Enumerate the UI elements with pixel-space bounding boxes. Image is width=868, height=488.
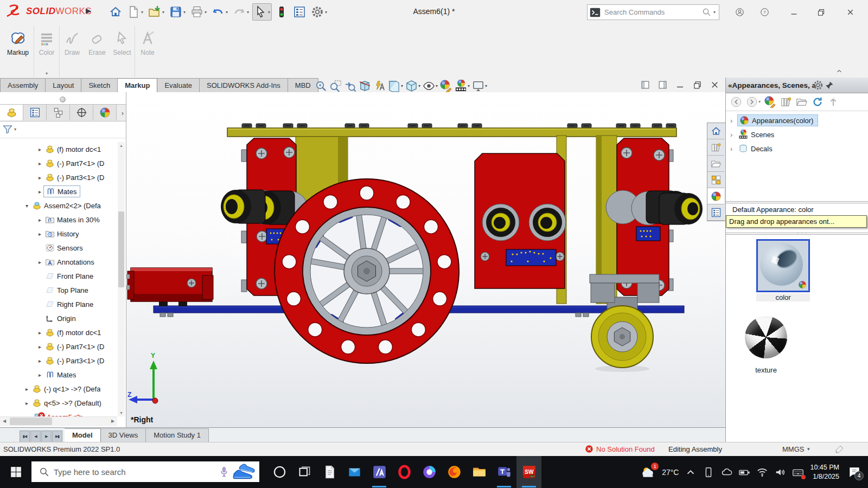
expand-arrow[interactable]: › (730, 117, 738, 125)
tree-item[interactable]: ▸ (-) q<1> ->? (Defa (0, 382, 117, 396)
expand-arrow[interactable]: ▸ (36, 231, 44, 237)
expand-arrow[interactable]: ▸ (36, 146, 44, 152)
filter-funnel-icon[interactable] (2, 124, 13, 134)
tree-item[interactable]: ▸ (-) Part3<1> (D (0, 170, 117, 184)
tree-item[interactable]: Front Plane (0, 269, 117, 283)
onedrive-icon[interactable] (720, 466, 732, 478)
prev-tab-button[interactable]: ◀ (30, 431, 41, 442)
expand-arrow[interactable]: ▸ (36, 189, 44, 195)
draw-button[interactable]: Draw ▾ (60, 26, 85, 77)
taskbar-notepad-icon[interactable] (317, 456, 342, 488)
left-motor-box[interactable] (126, 268, 213, 306)
new-document-icon[interactable]: ▾ (125, 3, 145, 21)
color-button[interactable]: Color ▾ (34, 26, 60, 77)
expand-arrow[interactable]: ▸ (36, 330, 44, 336)
tab-dimxpert[interactable] (70, 105, 93, 120)
node-decals[interactable]: › Decals (728, 142, 866, 156)
doc-minimize-icon[interactable] (675, 80, 685, 90)
wheel-hub[interactable] (344, 248, 390, 294)
dropdown-caret-icon[interactable]: ▾ (401, 84, 403, 88)
tree-item[interactable]: ▸ Annotations (0, 255, 117, 269)
tree-item[interactable]: ▸ Mates in 30% (0, 213, 117, 227)
appearance-swatch-texture[interactable] (743, 314, 789, 362)
tab-displaymanager[interactable] (93, 105, 117, 120)
pin-icon[interactable] (825, 81, 834, 90)
redo-icon[interactable]: ▾ (231, 3, 251, 21)
expand-arrow[interactable]: › (730, 131, 738, 139)
dropdown-caret-icon[interactable]: ▾ (183, 10, 186, 15)
right-sensor-cylinders[interactable] (646, 191, 703, 224)
expand-arrow[interactable]: › (730, 145, 738, 153)
tree-item[interactable]: ▸ History (0, 227, 117, 241)
units-selector[interactable]: MMGS (782, 445, 804, 453)
search-highlight-shoes-image[interactable] (231, 463, 259, 480)
side-tab-file-explorer[interactable] (707, 156, 724, 172)
view-orientation-icon[interactable]: ▾ (388, 80, 403, 92)
tab-propertymanager[interactable] (23, 105, 47, 120)
middle-sensor-plate[interactable] (475, 153, 566, 288)
volume-icon[interactable] (774, 466, 786, 478)
refresh-icon[interactable]: ▾ (812, 96, 824, 108)
tree-item[interactable]: Right Plane (0, 297, 117, 311)
action-center-button[interactable]: 4 (847, 465, 861, 479)
taskbar-edge-loop-icon[interactable] (417, 456, 442, 488)
tree-item[interactable]: ▸ Mates (0, 184, 117, 198)
touch-keyboard-button[interactable] (792, 466, 804, 478)
search-commands-box[interactable]: Search Commands ▾ (587, 4, 719, 20)
tab-configurations[interactable] (47, 105, 70, 120)
note-button[interactable]: Note ▾ (135, 26, 160, 77)
clock-widget[interactable]: 10:45 PM 1/8/2025 (810, 463, 839, 481)
forward-icon[interactable]: ▾ (746, 96, 761, 108)
tree-item[interactable]: ▸ Assem5<2> (0, 410, 117, 416)
next-tab-button[interactable]: ▶ (41, 431, 52, 442)
display-style-icon[interactable]: ▾ (405, 80, 420, 92)
microphone-icon[interactable] (218, 466, 231, 478)
expand-arrow[interactable]: ▸ (36, 358, 44, 364)
units-caret-icon[interactable]: ▾ (807, 446, 810, 452)
section-view-icon[interactable]: ▾ (359, 80, 371, 92)
dropdown-caret-icon[interactable]: ▾ (46, 71, 48, 76)
command-tab[interactable]: Markup (118, 78, 157, 93)
pane-divider[interactable] (726, 201, 868, 203)
expand-arrow[interactable]: ▸ (36, 160, 44, 166)
tree-item[interactable]: Origin (0, 311, 117, 325)
hide-show-items-icon[interactable]: ▾ (423, 80, 438, 92)
move-up-icon[interactable]: ▾ (827, 96, 839, 108)
tree-item[interactable]: ▸ (f) motor dc<1 (0, 142, 117, 156)
expand-arrow[interactable]: ▸ (36, 217, 44, 223)
expand-arrow[interactable]: ▸ (23, 400, 31, 406)
undo-icon[interactable]: ▾ (210, 3, 229, 21)
window-minimize-button[interactable] (786, 4, 802, 20)
scroll-up-arrow[interactable]: ▲ (118, 142, 125, 149)
taskbar-mail-icon[interactable] (342, 456, 367, 488)
left-sensor-cylinders[interactable] (221, 190, 295, 224)
zoom-area-icon[interactable]: ▾ (329, 80, 342, 92)
document-tab[interactable]: Model (65, 428, 101, 442)
expand-arrow[interactable]: ▸ (23, 386, 31, 392)
tree-item[interactable]: ▾ Assem2<2> (Defa (0, 198, 117, 213)
pane-divider-handle[interactable]: · · · (726, 233, 868, 235)
dropdown-caret-icon[interactable]: ▾ (268, 10, 270, 15)
tree-horizontal-scrollbar[interactable]: ◀ ▶ (0, 416, 117, 426)
side-tab-view-palette[interactable] (707, 172, 724, 188)
tree-item[interactable]: Top Plane (0, 283, 117, 297)
expand-arrow[interactable]: ▾ (23, 203, 31, 209)
battery-icon[interactable] (738, 466, 750, 478)
edit-appearance-icon[interactable]: ▾ (764, 96, 776, 108)
document-tab[interactable]: Motion Study 1 (146, 428, 209, 442)
windows-search-box[interactable]: Type here to search (31, 461, 259, 482)
last-tab-button[interactable]: ▶▮ (52, 431, 62, 442)
tree-item[interactable]: ▸ (f) motor dc<1 (0, 325, 117, 339)
open-icon[interactable]: ▾ (146, 3, 166, 21)
node-appearances[interactable]: › Appearances(color) (728, 113, 866, 127)
tree-item[interactable]: ▸ (-) Part3<1> (D (0, 354, 117, 368)
dropdown-caret-icon[interactable]: ▾ (162, 10, 164, 15)
side-tab-home[interactable] (707, 123, 724, 139)
pane-right-icon[interactable] (658, 80, 668, 90)
search-icon[interactable] (702, 8, 711, 17)
edit-appearance-icon[interactable]: ▾ (440, 80, 452, 92)
dropdown-caret-icon[interactable]: ▾ (758, 99, 761, 104)
task-pane-settings-icon[interactable] (813, 80, 824, 91)
taskbar-cortana-icon[interactable] (267, 456, 292, 488)
print-icon[interactable]: ▾ (189, 3, 208, 21)
